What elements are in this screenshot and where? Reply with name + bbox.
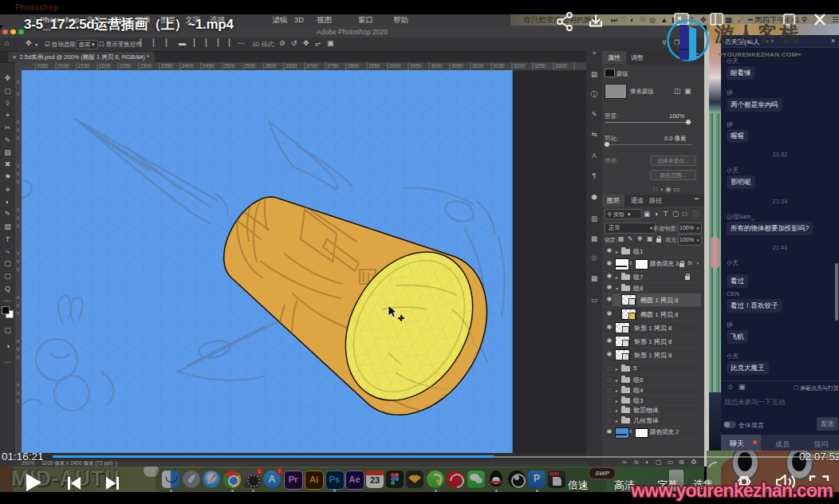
svg-text:www.yourenkezhan.com: www.yourenkezhan.com (630, 480, 833, 501)
